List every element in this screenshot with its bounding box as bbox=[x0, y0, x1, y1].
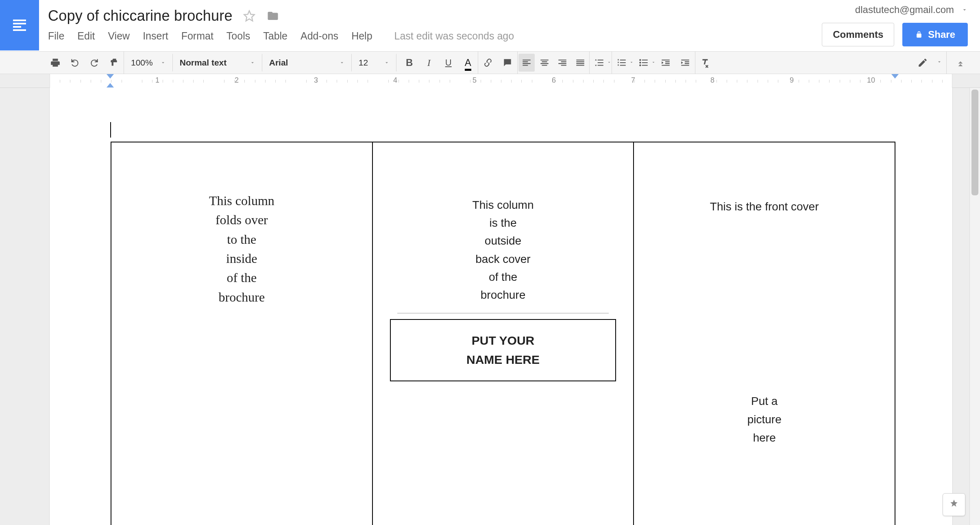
caret-down-icon bbox=[607, 59, 612, 66]
menu-view[interactable]: View bbox=[108, 30, 130, 42]
share-button[interactable]: Share bbox=[902, 23, 968, 46]
explore-button[interactable] bbox=[943, 493, 965, 516]
insert-comment-icon[interactable] bbox=[499, 54, 516, 72]
brochure-col-2[interactable]: This columnis theoutsideback coverof the… bbox=[373, 142, 634, 525]
ruler-number: 7 bbox=[631, 76, 635, 85]
paragraph-style-value: Normal text bbox=[180, 58, 227, 68]
document-page[interactable]: This columnfolds overto theinsideof theb… bbox=[50, 88, 952, 525]
ruler-number: 3 bbox=[314, 76, 318, 85]
text-cursor bbox=[110, 122, 111, 138]
svg-point-2 bbox=[639, 62, 641, 63]
font-size-value: 12 bbox=[359, 58, 368, 68]
bold-button[interactable]: B bbox=[401, 54, 418, 72]
menu-help[interactable]: Help bbox=[351, 30, 372, 42]
menu-addons[interactable]: Add-ons bbox=[301, 30, 338, 42]
zoom-value: 100% bbox=[131, 58, 153, 68]
ruler[interactable]: 12345678910 bbox=[0, 74, 980, 88]
text-color-button[interactable]: A bbox=[459, 54, 477, 72]
brochure-table[interactable]: This columnfolds overto theinsideof theb… bbox=[111, 142, 895, 525]
redo-icon[interactable] bbox=[85, 54, 103, 72]
account-menu[interactable]: dlastutech@gmail.com bbox=[855, 4, 968, 15]
menu-table[interactable]: Table bbox=[263, 30, 287, 42]
caret-down-icon bbox=[250, 58, 255, 68]
col1-text[interactable]: This columnfolds overto theinsideof theb… bbox=[209, 191, 274, 307]
bulleted-list-icon[interactable] bbox=[635, 54, 653, 72]
brochure-col-3[interactable]: This is the front cover Put apicturehere bbox=[634, 142, 895, 525]
caret-down-icon bbox=[629, 59, 634, 66]
print-icon[interactable] bbox=[46, 54, 64, 72]
menu-format[interactable]: Format bbox=[181, 30, 213, 42]
align-right-icon[interactable] bbox=[554, 54, 571, 72]
zoom-select[interactable]: 100% bbox=[124, 54, 173, 72]
font-size-select[interactable]: 12 bbox=[352, 54, 396, 72]
col3-title[interactable]: This is the front cover bbox=[710, 200, 819, 213]
ruler-number: 2 bbox=[235, 76, 239, 85]
collapse-toolbar-icon[interactable] bbox=[952, 54, 969, 72]
document-title[interactable]: Copy of chiccarine brochure bbox=[48, 7, 233, 24]
align-center-icon[interactable] bbox=[536, 54, 553, 72]
underline-button[interactable]: U bbox=[440, 54, 457, 72]
menu-tools[interactable]: Tools bbox=[226, 30, 250, 42]
caret-down-icon bbox=[339, 58, 345, 68]
undo-icon[interactable] bbox=[66, 54, 84, 72]
col2-divider bbox=[397, 313, 609, 313]
editing-mode-icon[interactable] bbox=[914, 54, 932, 72]
caret-down-icon bbox=[384, 58, 390, 68]
paint-format-icon[interactable] bbox=[105, 54, 123, 72]
caret-down-icon bbox=[961, 4, 968, 15]
align-justify-icon[interactable] bbox=[572, 54, 588, 72]
caret-down-icon bbox=[651, 59, 656, 66]
scrollbar-thumb[interactable] bbox=[971, 90, 978, 195]
brochure-col-1[interactable]: This columnfolds overto theinsideof theb… bbox=[111, 142, 373, 525]
ruler-number: 8 bbox=[710, 76, 714, 85]
document-canvas[interactable]: This columnfolds overto theinsideof theb… bbox=[0, 88, 980, 525]
comments-button[interactable]: Comments bbox=[822, 23, 894, 46]
decrease-indent-icon[interactable] bbox=[657, 54, 675, 72]
toolbar: 100% Normal text Arial 12 B I U A bbox=[0, 51, 980, 74]
align-left-icon[interactable] bbox=[518, 54, 535, 72]
font-value: Arial bbox=[269, 58, 288, 68]
docs-app-icon[interactable] bbox=[0, 0, 39, 50]
svg-point-3 bbox=[639, 64, 641, 66]
menu-file[interactable]: File bbox=[48, 30, 64, 42]
col2-text[interactable]: This columnis theoutsideback coverof the… bbox=[473, 196, 534, 304]
svg-point-1 bbox=[639, 59, 641, 61]
increase-indent-icon[interactable] bbox=[676, 54, 694, 72]
folder-icon[interactable] bbox=[266, 10, 280, 22]
menu-bar: File Edit View Insert Format Tools Table… bbox=[48, 30, 514, 42]
caret-down-icon bbox=[936, 59, 942, 66]
ruler-number: 1 bbox=[155, 76, 159, 85]
vertical-scrollbar[interactable] bbox=[969, 88, 980, 525]
share-label: Share bbox=[928, 29, 955, 40]
menu-insert[interactable]: Insert bbox=[143, 30, 168, 42]
last-edit-label: Last edit was seconds ago bbox=[394, 30, 514, 42]
star-icon[interactable] bbox=[243, 10, 255, 22]
name-box[interactable]: PUT YOURNAME HERE bbox=[390, 319, 616, 381]
line-spacing-icon[interactable] bbox=[590, 54, 608, 72]
ruler-number: 9 bbox=[790, 76, 794, 85]
ruler-number: 6 bbox=[552, 76, 556, 85]
svg-marker-0 bbox=[244, 11, 254, 21]
ruler-number: 4 bbox=[393, 76, 397, 85]
insert-link-icon[interactable] bbox=[479, 54, 497, 72]
numbered-list-icon[interactable] bbox=[613, 54, 631, 72]
italic-button[interactable]: I bbox=[420, 54, 438, 72]
ruler-number: 5 bbox=[473, 76, 477, 85]
paragraph-style-select[interactable]: Normal text bbox=[173, 54, 262, 72]
ruler-number: 10 bbox=[867, 76, 875, 85]
menu-edit[interactable]: Edit bbox=[77, 30, 95, 42]
col3-picture-placeholder[interactable]: Put apicturehere bbox=[747, 392, 782, 447]
font-select[interactable]: Arial bbox=[262, 54, 352, 72]
lock-icon bbox=[915, 30, 923, 39]
caret-down-icon bbox=[160, 58, 166, 68]
account-email: dlastutech@gmail.com bbox=[855, 4, 954, 15]
clear-formatting-icon[interactable] bbox=[696, 54, 714, 72]
